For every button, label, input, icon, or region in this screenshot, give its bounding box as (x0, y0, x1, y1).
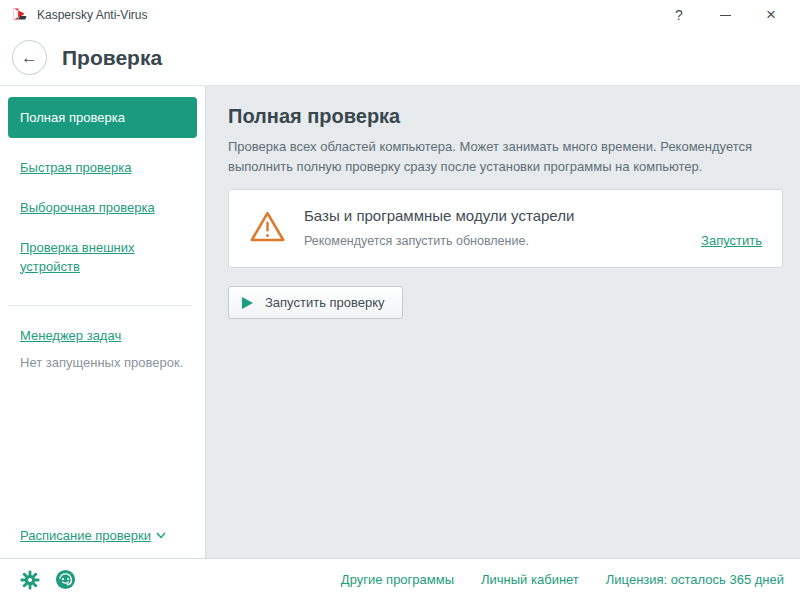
scan-schedule-label: Расписание проверки (20, 528, 151, 543)
minimize-icon (720, 15, 731, 16)
main-panel: Полная проверка Проверка всех областей к… (206, 86, 800, 558)
warning-message: Рекомендуется запустить обновление. (304, 234, 529, 248)
page-header: ← Проверка (0, 30, 800, 86)
sidebar-item-task-manager[interactable]: Менеджер задач (20, 327, 185, 346)
back-button[interactable]: ← (12, 40, 47, 75)
task-manager-status: Нет запущенных проверок. (20, 355, 185, 370)
settings-button[interactable] (20, 570, 40, 590)
window-controls: ? × (656, 0, 800, 30)
warning-body: Базы и программные модули устарели Реком… (304, 207, 762, 248)
help-button[interactable]: ? (656, 0, 702, 30)
app-title: Kaspersky Anti-Virus (37, 8, 148, 22)
run-scan-button[interactable]: Запустить проверку (228, 286, 403, 319)
footer-link-license[interactable]: Лицензия: осталось 365 дней (606, 572, 784, 587)
sidebar-item-external-devices-scan[interactable]: Проверка внешних устройств (20, 239, 178, 277)
kaspersky-window: Kaspersky Anti-Virus ? × ← Проверка Полн… (0, 0, 800, 600)
footer-link-my-account[interactable]: Личный кабинет (481, 572, 579, 587)
scan-title: Полная проверка (228, 105, 783, 128)
gear-icon (20, 570, 40, 590)
footer-link-other-programs[interactable]: Другие программы (341, 572, 454, 587)
support-button[interactable] (55, 569, 76, 590)
minimize-button[interactable] (702, 0, 748, 30)
footer: Другие программы Личный кабинет Лицензия… (0, 558, 800, 600)
titlebar: Kaspersky Anti-Virus ? × (0, 0, 800, 30)
run-scan-label: Запустить проверку (265, 295, 385, 310)
page-title: Проверка (62, 46, 162, 70)
close-button[interactable]: × (748, 0, 794, 30)
chevron-down-icon (156, 532, 166, 539)
warning-card: Базы и программные модули устарели Реком… (228, 189, 783, 268)
sidebar-item-custom-scan[interactable]: Выборочная проверка (20, 199, 185, 218)
content-body: Полная проверка Быстрая проверка Выбороч… (0, 86, 800, 558)
scan-schedule-link[interactable]: Расписание проверки (20, 528, 166, 543)
scan-description: Проверка всех областей компьютера. Может… (228, 137, 780, 177)
back-arrow-icon: ← (21, 48, 38, 68)
play-icon (242, 297, 253, 309)
kaspersky-logo-icon (12, 7, 28, 23)
footer-links: Другие программы Личный кабинет Лицензия… (341, 572, 784, 587)
support-agent-icon (55, 569, 76, 590)
warning-title: Базы и программные модули устарели (304, 207, 762, 224)
warning-row: Рекомендуется запустить обновление. Запу… (304, 233, 762, 248)
sidebar-item-full-scan[interactable]: Полная проверка (8, 97, 197, 138)
sidebar-item-quick-scan[interactable]: Быстрая проверка (20, 159, 185, 178)
sidebar-divider (8, 305, 191, 306)
warning-triangle-icon (249, 210, 286, 243)
run-update-link[interactable]: Запустить (701, 233, 762, 248)
sidebar: Полная проверка Быстрая проверка Выбороч… (0, 86, 206, 558)
